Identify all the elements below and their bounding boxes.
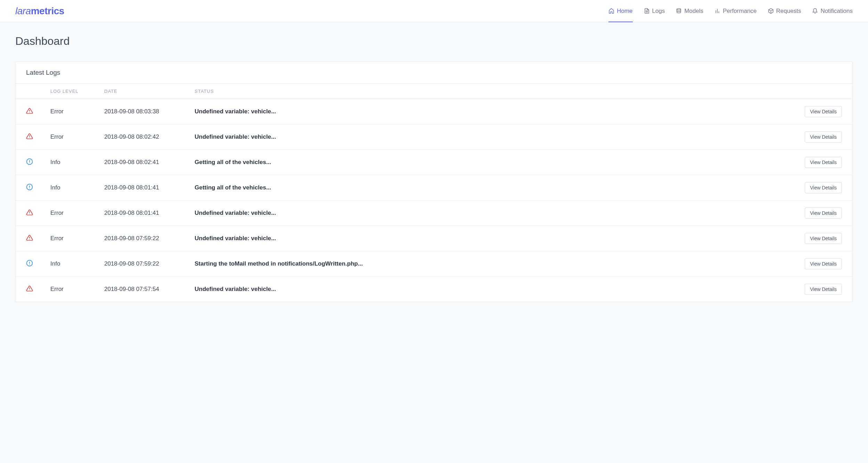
- nav-item-label: Models: [684, 8, 703, 15]
- log-date: 2018-09-08 07:59:22: [104, 226, 195, 251]
- table-row: Info2018-09-08 07:59:22Starting the toMa…: [16, 251, 852, 277]
- col-header-date: DATE: [104, 84, 195, 99]
- log-level: Info: [50, 175, 104, 201]
- alert-triangle-icon: [26, 107, 33, 114]
- alert-circle-icon: [26, 158, 33, 165]
- nav-item-home[interactable]: Home: [608, 0, 632, 22]
- top-nav: HomeLogsModelsPerformanceRequestsNotific…: [608, 0, 853, 22]
- log-status: Undefined variable: vehicle...: [195, 99, 793, 124]
- view-details-button[interactable]: View Details: [805, 182, 842, 193]
- log-date: 2018-09-08 07:59:22: [104, 251, 195, 277]
- table-header-row: LOG LEVEL DATE STATUS: [16, 84, 852, 99]
- log-status: Undefined variable: vehicle...: [195, 277, 793, 302]
- brand-bold: metrics: [31, 6, 64, 16]
- table-row: Info2018-09-08 08:02:41Getting all of th…: [16, 150, 852, 175]
- nav-item-notifications[interactable]: Notifications: [812, 0, 853, 22]
- view-details-button[interactable]: View Details: [805, 157, 842, 168]
- nav-item-label: Home: [617, 8, 632, 15]
- nav-item-performance[interactable]: Performance: [714, 0, 756, 22]
- col-header-actions: [793, 84, 852, 99]
- bar-chart-icon: [714, 8, 720, 14]
- log-status: Getting all of the vehicles...: [195, 175, 793, 201]
- view-details-button[interactable]: View Details: [805, 131, 842, 143]
- table-row: Error2018-09-08 07:57:54Undefined variab…: [16, 277, 852, 302]
- alert-triangle-icon: [26, 209, 33, 216]
- top-header: larametrics HomeLogsModelsPerformanceReq…: [0, 0, 868, 22]
- log-level: Error: [50, 226, 104, 251]
- log-status: Getting all of the vehicles...: [195, 150, 793, 175]
- log-status: Starting the toMail method in notificati…: [195, 251, 793, 277]
- log-level: Error: [50, 124, 104, 150]
- log-date: 2018-09-08 08:02:42: [104, 124, 195, 150]
- view-details-button[interactable]: View Details: [805, 258, 842, 269]
- log-status: Undefined variable: vehicle...: [195, 201, 793, 226]
- nav-item-label: Notifications: [820, 8, 853, 15]
- view-details-button[interactable]: View Details: [805, 106, 842, 117]
- nav-item-label: Performance: [723, 8, 756, 15]
- alert-triangle-icon: [26, 133, 33, 140]
- alert-triangle-icon: [26, 285, 33, 292]
- log-date: 2018-09-08 08:01:41: [104, 201, 195, 226]
- nav-item-models[interactable]: Models: [676, 0, 703, 22]
- database-icon: [676, 8, 682, 14]
- main-container: Dashboard Latest Logs LOG LEVEL DATE STA…: [0, 22, 868, 315]
- home-icon: [608, 8, 614, 14]
- view-details-button[interactable]: View Details: [805, 208, 842, 219]
- nav-item-label: Logs: [652, 8, 665, 15]
- log-date: 2018-09-08 08:02:41: [104, 150, 195, 175]
- brand-light: lara: [15, 6, 31, 16]
- log-status: Undefined variable: vehicle...: [195, 226, 793, 251]
- log-level: Info: [50, 251, 104, 277]
- nav-item-logs[interactable]: Logs: [644, 0, 665, 22]
- alert-triangle-icon: [26, 234, 33, 241]
- nav-item-requests[interactable]: Requests: [768, 0, 801, 22]
- table-row: Error2018-09-08 08:01:41Undefined variab…: [16, 201, 852, 226]
- card-title: Latest Logs: [26, 69, 842, 76]
- log-date: 2018-09-08 08:01:41: [104, 175, 195, 201]
- table-row: Info2018-09-08 08:01:41Getting all of th…: [16, 175, 852, 201]
- table-row: Error2018-09-08 08:03:38Undefined variab…: [16, 99, 852, 124]
- log-level: Error: [50, 201, 104, 226]
- table-row: Error2018-09-08 08:02:42Undefined variab…: [16, 124, 852, 150]
- log-level: Error: [50, 99, 104, 124]
- page-title: Dashboard: [15, 35, 853, 48]
- log-level: Info: [50, 150, 104, 175]
- view-details-button[interactable]: View Details: [805, 233, 842, 244]
- col-header-status: STATUS: [195, 84, 793, 99]
- alert-circle-icon: [26, 260, 33, 267]
- view-details-button[interactable]: View Details: [805, 284, 842, 295]
- log-level: Error: [50, 277, 104, 302]
- card-header: Latest Logs: [16, 62, 852, 83]
- file-text-icon: [644, 8, 650, 14]
- brand-logo[interactable]: larametrics: [15, 6, 64, 17]
- logs-table: LOG LEVEL DATE STATUS Error2018-09-08 08…: [16, 83, 852, 302]
- alert-circle-icon: [26, 184, 33, 190]
- col-header-icon: [16, 84, 50, 99]
- table-row: Error2018-09-08 07:59:22Undefined variab…: [16, 226, 852, 251]
- latest-logs-card: Latest Logs LOG LEVEL DATE STATUS Error2…: [15, 62, 853, 302]
- col-header-level: LOG LEVEL: [50, 84, 104, 99]
- log-status: Undefined variable: vehicle...: [195, 124, 793, 150]
- bell-icon: [812, 8, 818, 14]
- svg-point-0: [677, 8, 681, 10]
- package-icon: [768, 8, 774, 14]
- nav-item-label: Requests: [776, 8, 801, 15]
- log-date: 2018-09-08 08:03:38: [104, 99, 195, 124]
- log-date: 2018-09-08 07:57:54: [104, 277, 195, 302]
